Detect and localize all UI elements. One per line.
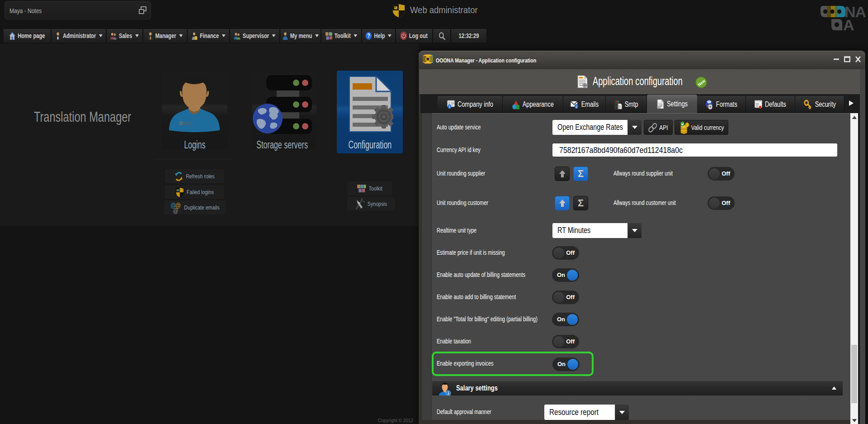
svg-text:i: i [448, 391, 449, 395]
svg-text:?: ? [368, 33, 370, 38]
svg-text:i: i [576, 105, 577, 109]
svg-text:A: A [843, 16, 854, 32]
svg-text:i: i [449, 105, 450, 109]
svg-text:O: O [179, 121, 183, 126]
svg-text:ONA: ONA [183, 121, 193, 126]
svg-text:@: @ [173, 207, 178, 214]
